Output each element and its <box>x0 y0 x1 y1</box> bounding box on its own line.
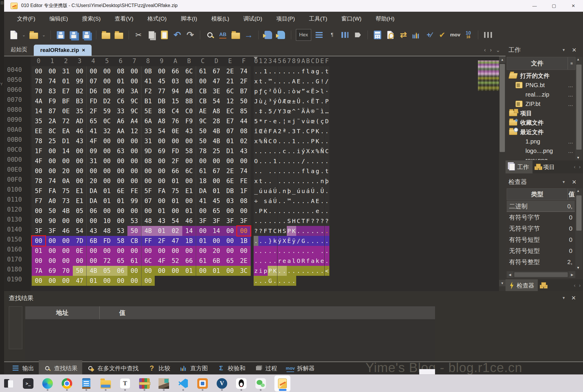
ascii-char[interactable]: Ö <box>272 86 277 96</box>
hex-byte[interactable]: 01 <box>223 136 237 146</box>
hex-byte[interactable]: 66 <box>169 66 182 76</box>
taskbar-file-explorer[interactable] <box>100 375 112 392</box>
ascii-char[interactable]: . <box>292 206 296 216</box>
cut-button[interactable]: ✂ <box>134 29 144 41</box>
hex-byte[interactable]: 00 <box>100 246 114 256</box>
hex-byte[interactable]: FF <box>141 236 155 246</box>
ascii-char[interactable]: z <box>254 266 258 276</box>
ascii-char[interactable]: T <box>301 216 306 226</box>
hex-byte[interactable]: 53 <box>127 216 141 226</box>
ascii-char[interactable]: % <box>315 146 320 156</box>
inspector-row-无符号字节[interactable]: 无符号字节0 <box>507 223 575 234</box>
ascii-char[interactable]: . <box>320 66 324 76</box>
hex-byte[interactable]: 00 <box>127 146 141 156</box>
hex-byte[interactable]: 00 <box>196 226 210 236</box>
hex-byte[interactable]: EC <box>223 106 237 116</box>
ascii-char[interactable]: . <box>277 116 282 126</box>
hex-byte[interactable]: C0 <box>182 106 196 116</box>
taskbar-phone-link[interactable] <box>3 375 15 392</box>
hex-byte[interactable]: 78 <box>196 146 210 156</box>
hex-byte[interactable]: FD <box>169 146 182 156</box>
ascii-char[interactable]: . <box>325 256 329 266</box>
hex-byte[interactable]: 25 <box>46 136 59 146</box>
hex-byte[interactable]: 00 <box>46 166 59 176</box>
ascii-char[interactable]: f <box>301 166 306 176</box>
ascii-char[interactable]: ÷ <box>254 196 258 206</box>
ascii-char[interactable]: . <box>277 246 282 256</box>
ascii-char[interactable]: . <box>263 146 268 156</box>
ascii-char[interactable]: . <box>320 196 324 206</box>
hex-byte[interactable]: F2 <box>141 86 155 96</box>
hex-byte[interactable]: 78 <box>32 136 46 146</box>
close-button[interactable]: ✕ <box>564 0 583 11</box>
hex-byte[interactable]: FE <box>127 186 141 196</box>
hex-byte[interactable]: 69 <box>46 266 59 276</box>
ascii-char[interactable]: . <box>268 216 272 226</box>
tree-item-收藏文件[interactable]: ★收藏文件 <box>507 118 575 127</box>
ascii-char[interactable]: . <box>310 206 315 216</box>
panel-menu-icon[interactable]: ▾ <box>562 179 565 185</box>
hex-byte[interactable]: 00 <box>155 196 169 206</box>
inspector-hscrollbar[interactable]: ◀ ▶ <box>507 271 575 278</box>
taskbar-typora[interactable]: T <box>119 375 131 392</box>
ascii-char[interactable]: t <box>325 166 329 176</box>
column-value[interactable]: 值 <box>100 306 125 319</box>
ascii-char[interactable]: œ <box>287 96 292 106</box>
ascii-char[interactable]: Ë <box>310 86 315 96</box>
tab-template-results[interactable] <box>538 279 550 292</box>
ascii-char[interactable]: < <box>325 266 329 276</box>
hex-byte[interactable]: D1 <box>223 146 237 156</box>
ascii-char[interactable]: - <box>268 116 272 126</box>
hex-byte[interactable]: 00 <box>141 266 155 276</box>
hex-byte[interactable]: 01 <box>182 266 196 276</box>
hex-byte[interactable]: DA <box>196 186 210 196</box>
hex-byte[interactable]: 48 <box>100 226 114 236</box>
ascii-char[interactable]: 1 <box>272 156 277 166</box>
hex-byte[interactable]: 00 <box>100 206 114 216</box>
ascii-char[interactable]: . <box>254 216 258 226</box>
ascii-char[interactable]: u <box>301 186 306 196</box>
ascii-char[interactable]: G <box>301 236 306 246</box>
hex-byte[interactable]: 0E <box>169 126 182 136</box>
ascii-char[interactable]: œ <box>287 106 292 116</box>
ascii-char[interactable]: . <box>315 156 320 166</box>
hex-byte[interactable]: 01 <box>169 176 182 186</box>
inspector-row-有符号整型[interactable]: 有符号整型2, <box>507 256 575 268</box>
column-address[interactable]: 地址 <box>25 306 100 319</box>
hex-byte[interactable]: 00 <box>73 146 87 156</box>
ascii-char[interactable]: . <box>296 206 301 216</box>
hex-byte[interactable]: 01 <box>114 76 128 86</box>
ascii-char[interactable]: . <box>296 156 301 166</box>
hex-byte[interactable] <box>169 276 182 286</box>
ascii-char[interactable]: á <box>306 186 310 196</box>
copy-button[interactable] <box>146 29 156 41</box>
ascii-char[interactable]: Y <box>277 106 282 116</box>
ascii-char[interactable]: 5 <box>268 106 272 116</box>
menu-item-项目P[interactable]: 项目(P) <box>269 13 302 24</box>
hex-byte[interactable]: 31 <box>59 66 73 76</box>
hex-byte[interactable]: 53 <box>114 226 128 236</box>
hex-byte[interactable]: 00 <box>59 256 73 266</box>
ascii-char[interactable]: ? <box>258 226 263 236</box>
ascii-char[interactable]: P <box>310 126 315 136</box>
ascii-char[interactable]: . <box>310 176 315 186</box>
hex-byte[interactable]: 00 <box>169 206 182 216</box>
scrollbar-thumb[interactable] <box>576 195 582 231</box>
hex-vertical-scrollbar[interactable]: ▲ ▼ <box>499 56 506 291</box>
ascii-char[interactable]: 3 <box>282 106 287 116</box>
hex-byte[interactable]: 00 <box>141 276 155 286</box>
ascii-char[interactable]: . <box>254 256 258 266</box>
hex-byte[interactable]: 01 <box>59 76 73 86</box>
ascii-char[interactable]: ú <box>258 186 263 196</box>
ascii-char[interactable]: . <box>268 256 272 266</box>
ascii-char[interactable]: . <box>296 246 301 256</box>
hex-byte[interactable]: AE <box>196 106 210 116</box>
ascii-char[interactable]: Ñ <box>263 136 268 146</box>
ascii-char[interactable]: ý <box>277 236 282 246</box>
ascii-char[interactable]: . <box>325 186 329 196</box>
hex-byte[interactable]: 08 <box>237 126 251 136</box>
ascii-char[interactable]: . <box>301 226 306 236</box>
taskbar-terminal[interactable]: >_ <box>22 375 34 392</box>
taskbar-winrar[interactable] <box>139 375 150 392</box>
hex-byte[interactable]: 00 <box>127 66 141 76</box>
